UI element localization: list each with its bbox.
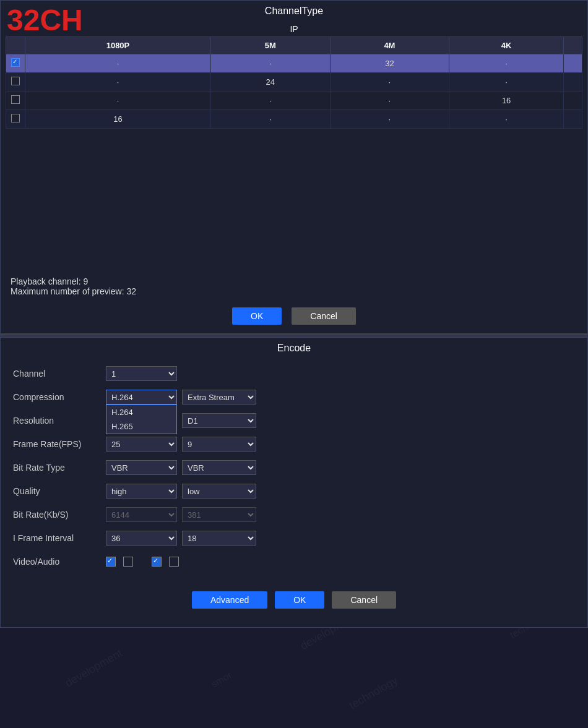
- iframe-label: I Frame Interval: [13, 533, 106, 543]
- row-1080p-2: ·: [25, 73, 211, 92]
- resolution-label: Resolution: [13, 416, 106, 426]
- row-cb-3[interactable]: [6, 92, 25, 110]
- bitratetype-label: Bit Rate Type: [13, 463, 106, 473]
- row-4m-1: 32: [330, 54, 449, 73]
- info-area: Playback channel: 9 Maximum number of pr…: [1, 272, 587, 301]
- row-cb-4[interactable]: [6, 110, 25, 129]
- th-4m: 4M: [330, 37, 449, 54]
- bitrate-label: Bit Rate(Kb/S): [13, 510, 106, 520]
- main-audio-checkbox[interactable]: [123, 557, 133, 567]
- iframe-controls: 18 36 72 18 36: [106, 531, 256, 546]
- quality-label: Quality: [13, 486, 106, 496]
- row-4m-3: ·: [330, 92, 449, 110]
- row-5m-4: ·: [210, 110, 330, 129]
- channel-type-buttons: OK Cancel: [1, 301, 587, 333]
- bitratetype-row: Bit Rate Type VBR CBR VBR CBR: [13, 459, 575, 476]
- videoaudio-row: Video/Audio: [13, 553, 575, 570]
- th-5m: 5M: [210, 37, 330, 54]
- table-row[interactable]: · · · 16: [6, 92, 582, 110]
- compression-label: Compression: [13, 392, 106, 402]
- iframe-extra-select[interactable]: 18 36: [182, 531, 256, 546]
- dropdown-item-h264[interactable]: H.264: [106, 405, 176, 419]
- bitrate-row: Bit Rate(Kb/S) 6144 381: [13, 506, 575, 523]
- advanced-button[interactable]: Advanced: [192, 591, 267, 609]
- bitrate-extra-select: 381: [182, 507, 256, 522]
- framerate-controls: 25 1 5 10 15 20 9 1 5 10 15: [106, 437, 256, 452]
- encode-cancel-button[interactable]: Cancel: [332, 591, 396, 609]
- bitratetype-main-select[interactable]: VBR CBR: [106, 460, 177, 475]
- row-4k-1: ·: [449, 54, 564, 73]
- row-5m-3: ·: [210, 92, 330, 110]
- framerate-row: Frame Rate(FPS) 25 1 5 10 15 20 9 1 5 10…: [13, 435, 575, 453]
- encode-ok-button[interactable]: OK: [275, 591, 324, 609]
- videoaudio-controls: [106, 557, 181, 567]
- iframe-main-select[interactable]: 18 36 72: [106, 531, 177, 546]
- row-cb-1[interactable]: [6, 54, 25, 73]
- channel-label: Channel: [13, 369, 106, 379]
- channel-type-cancel-button[interactable]: Cancel: [292, 307, 356, 325]
- channel-controls: 1 2 3 4: [106, 366, 177, 381]
- th-1080p: 1080P: [25, 37, 211, 54]
- th-4k: 4K: [449, 37, 564, 54]
- quality-main-select[interactable]: lowest lower low medium high higher high…: [106, 484, 177, 499]
- row-extra-3: [564, 92, 582, 110]
- th-checkbox: [6, 37, 25, 54]
- quality-controls: lowest lower low medium high higher high…: [106, 484, 256, 499]
- framerate-label: Frame Rate(FPS): [13, 439, 106, 449]
- logo: 32CH: [7, 6, 83, 35]
- videoaudio-label: Video/Audio: [13, 557, 106, 567]
- dropdown-item-h265[interactable]: H.265: [106, 419, 176, 434]
- resolution-extra-select[interactable]: D1 CIF 720P: [182, 413, 256, 428]
- channel-type-ok-button[interactable]: OK: [232, 307, 282, 325]
- row-5m-2: 24: [210, 73, 330, 92]
- encode-title: Encode: [1, 338, 587, 359]
- table-row[interactable]: · · 32 ·: [6, 54, 582, 73]
- bitratetype-extra-select[interactable]: VBR CBR: [182, 460, 256, 475]
- channel-table-area: 1080P 5M 4M 4K · · 32 · ·: [1, 36, 587, 272]
- row-extra-4: [564, 110, 582, 129]
- row-extra-2: [564, 73, 582, 92]
- resolution-row: Resolution 25 CIF D1 D1 CIF 720P: [13, 412, 575, 429]
- compression-main-dropdown[interactable]: H.264 H.265 H.264 H.265: [106, 390, 177, 405]
- max-preview-info: Maximum number of preview: 32: [11, 286, 577, 296]
- row-4k-2: ·: [449, 73, 564, 92]
- channel-select[interactable]: 1 2 3 4: [106, 366, 177, 381]
- bitrate-main-select: 6144: [106, 507, 177, 522]
- row-1080p-4: 16: [25, 110, 211, 129]
- channel-table: 1080P 5M 4M 4K · · 32 · ·: [6, 36, 582, 129]
- row-4k-4: ·: [449, 110, 564, 129]
- row-5m-1: ·: [210, 54, 330, 73]
- iframe-row: I Frame Interval 18 36 72 18 36: [13, 529, 575, 547]
- main-video-checkbox[interactable]: [106, 557, 116, 567]
- channel-type-title: ChannelType: [1, 1, 587, 22]
- compression-row: Compression H.264 H.265 H.264 H.265 Extr…: [13, 388, 575, 406]
- row-1080p-1: ·: [25, 54, 211, 73]
- row-cb-2[interactable]: [6, 73, 25, 92]
- extra-video-checkbox[interactable]: [152, 557, 162, 567]
- row-4k-3: 16: [449, 92, 564, 110]
- compression-extra-select[interactable]: Extra Stream Main Stream: [182, 390, 256, 405]
- compression-main-select[interactable]: H.264 H.265: [106, 390, 177, 405]
- compression-controls: H.264 H.265 H.264 H.265 Extra Stream Mai…: [106, 390, 256, 405]
- row-4m-2: ·: [330, 73, 449, 92]
- compression-dropdown-list: H.264 H.265: [106, 405, 177, 434]
- quality-extra-select[interactable]: lowest lower low medium high: [182, 484, 256, 499]
- table-row[interactable]: · 24 · ·: [6, 73, 582, 92]
- framerate-main-select[interactable]: 25 1 5 10 15 20: [106, 437, 177, 452]
- bitratetype-controls: VBR CBR VBR CBR: [106, 460, 256, 475]
- playback-info: Playback channel: 9: [11, 276, 577, 286]
- encode-buttons: Advanced OK Cancel: [1, 583, 587, 615]
- extra-audio-checkbox[interactable]: [169, 557, 179, 567]
- framerate-extra-select[interactable]: 9 1 5 10 15: [182, 437, 256, 452]
- encode-form: Channel 1 2 3 4 Compression H.264 H.265: [1, 359, 587, 583]
- row-1080p-3: ·: [25, 92, 211, 110]
- encode-panel: Encode Channel 1 2 3 4 Compression H.: [0, 337, 588, 628]
- ip-label: IP: [1, 22, 587, 36]
- channel-row: Channel 1 2 3 4: [13, 365, 575, 382]
- quality-row: Quality lowest lower low medium high hig…: [13, 482, 575, 500]
- row-4m-4: ·: [330, 110, 449, 129]
- bitrate-controls: 6144 381: [106, 507, 256, 522]
- th-extra: [564, 37, 582, 54]
- table-row[interactable]: 16 · · ·: [6, 110, 582, 129]
- channel-type-panel: 32CH ChannelType IP 1080P 5M 4M 4K ·: [0, 0, 588, 335]
